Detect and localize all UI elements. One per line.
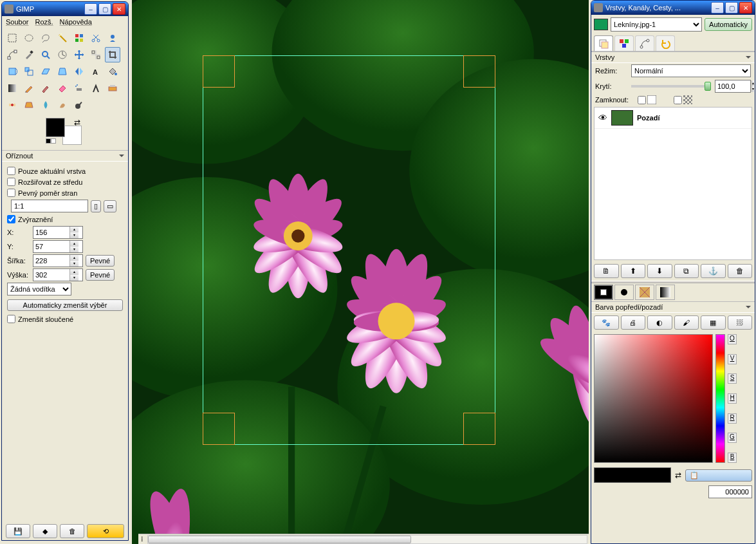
input-x[interactable] <box>33 229 69 236</box>
picker-watercolor-button[interactable]: ⛆ <box>728 315 753 330</box>
width-fixed-button[interactable]: Pevné <box>86 255 115 267</box>
menu-ext[interactable]: Rozš. <box>35 18 53 26</box>
tool-fuzzy-select[interactable] <box>55 30 70 46</box>
tool-ellipse-select[interactable] <box>21 30 37 46</box>
tab-layers[interactable] <box>594 35 613 51</box>
canvas-hscrollbar[interactable]: ⁞ <box>138 534 589 544</box>
fg-bg-color[interactable]: ⇄ <box>46 118 82 145</box>
tool-blur[interactable] <box>38 97 53 113</box>
tool-by-color-select[interactable] <box>71 30 87 46</box>
tool-foreground-select[interactable] <box>105 30 120 46</box>
input-width[interactable] <box>33 257 69 265</box>
channel-h-button[interactable]: H <box>728 393 737 404</box>
tool-color-picker[interactable] <box>21 47 37 62</box>
close-button[interactable]: ✕ <box>113 3 125 15</box>
tool-paintbrush[interactable] <box>38 80 53 96</box>
tool-free-select[interactable] <box>38 30 53 46</box>
tool-move[interactable] <box>71 47 87 62</box>
fg-color-swatch[interactable] <box>46 118 65 137</box>
aspect-portrait-button[interactable]: ▯ <box>91 200 101 212</box>
layer-duplicate-button[interactable]: ⧉ <box>674 264 699 278</box>
crop-handle-tr[interactable] <box>463 55 495 88</box>
tool-align[interactable] <box>88 47 104 62</box>
aspect-input[interactable] <box>11 200 88 212</box>
chk-expand-center[interactable] <box>7 178 15 186</box>
input-y[interactable] <box>33 243 69 250</box>
channel-v-button[interactable]: V <box>728 354 737 364</box>
tool-crop[interactable] <box>105 47 120 62</box>
tool-eraser[interactable] <box>55 80 70 96</box>
tool-blend[interactable] <box>5 80 20 96</box>
tool-heal[interactable] <box>5 97 20 113</box>
auto-button[interactable]: Automaticky <box>705 18 752 31</box>
bg-color-swatch[interactable] <box>62 126 82 145</box>
tab-channels[interactable] <box>614 35 634 51</box>
channel-s-button[interactable]: S <box>728 373 737 384</box>
hue-bar[interactable] <box>715 334 725 463</box>
toolbox-restore-button[interactable]: ◆ <box>33 524 57 538</box>
image-select[interactable]: Lekníny.jpg-1 <box>611 17 702 32</box>
tool-measure[interactable] <box>55 47 70 62</box>
layer-list[interactable]: 👁 Pozadí <box>594 107 752 260</box>
layer-anchor-button[interactable]: ⚓ <box>701 264 726 278</box>
toolbox-titlebar[interactable]: GIMP – ▢ ✕ <box>2 2 128 16</box>
tool-rect-select[interactable] <box>5 30 20 46</box>
palette-tab-fg[interactable] <box>594 285 613 300</box>
crop-handle-br[interactable] <box>463 413 495 445</box>
tool-bucket-fill[interactable] <box>105 64 120 79</box>
height-fixed-button[interactable]: Pevné <box>86 269 115 281</box>
picker-palette-button[interactable]: 🖌 <box>674 315 699 330</box>
guides-select[interactable]: Žádná vodítka <box>7 283 71 295</box>
toolbox-delete-button[interactable]: 🗑 <box>60 524 84 538</box>
visibility-icon[interactable]: 👁 <box>598 113 607 123</box>
picker-scales-button[interactable]: ▦ <box>701 315 726 330</box>
tool-perspective-clone[interactable] <box>21 97 37 113</box>
picker-cmyk-button[interactable]: 🖨 <box>621 315 646 330</box>
tab-undo[interactable] <box>656 35 675 51</box>
lock-alpha[interactable] <box>674 96 682 104</box>
tool-airbrush[interactable] <box>71 80 87 96</box>
opacity-slider[interactable] <box>631 85 711 88</box>
channel-r-button[interactable]: R <box>728 413 737 424</box>
layer-up-button[interactable]: ⬆ <box>621 264 646 278</box>
maximize-button[interactable]: ▢ <box>725 2 738 14</box>
image-canvas[interactable]: ⁞ <box>132 0 589 544</box>
palette-tab-gradients[interactable] <box>656 285 675 300</box>
maximize-button[interactable]: ▢ <box>98 3 111 15</box>
tab-paths[interactable] <box>635 35 654 51</box>
layer-down-button[interactable]: ⬇ <box>647 264 672 278</box>
tool-ink[interactable] <box>88 80 104 96</box>
tool-clone[interactable] <box>105 80 120 96</box>
chk-highlight[interactable] <box>7 215 15 223</box>
auto-shrink-button[interactable]: Automaticky zmenšit výběr <box>7 299 123 311</box>
palette-tab-patterns[interactable] <box>635 285 654 300</box>
channel-o-button[interactable]: O <box>728 334 737 344</box>
tool-paths[interactable] <box>5 47 20 62</box>
menu-file[interactable]: Soubor <box>6 18 28 26</box>
chk-shrink-merged[interactable] <box>7 315 15 323</box>
tool-flip[interactable] <box>71 64 87 79</box>
lock-pixels[interactable] <box>638 96 646 104</box>
layer-delete-button[interactable]: 🗑 <box>728 264 753 278</box>
chk-current-layer[interactable] <box>7 167 15 175</box>
picker-gimp-button[interactable]: 🐾 <box>594 315 619 330</box>
blend-mode-select[interactable]: Normální <box>631 64 751 77</box>
hex-input[interactable] <box>708 485 752 498</box>
toolbox-reset-button[interactable]: ⟲ <box>87 524 124 538</box>
palette-tab-brushes[interactable] <box>614 285 634 300</box>
minimize-button[interactable]: – <box>84 3 97 15</box>
swap-colors-icon[interactable]: ⇄ <box>74 118 80 127</box>
tool-options-header[interactable]: Oříznout <box>2 150 128 162</box>
tool-smudge[interactable] <box>55 97 70 113</box>
tool-pencil[interactable] <box>21 80 37 96</box>
tool-rotate[interactable] <box>5 64 20 79</box>
tool-scale[interactable] <box>21 64 37 79</box>
tool-zoom[interactable] <box>38 47 53 62</box>
opacity-input[interactable] <box>715 82 751 90</box>
toolbox-save-button[interactable]: 💾 <box>6 524 30 538</box>
current-color-swatch[interactable] <box>594 467 671 483</box>
chk-fixed-aspect[interactable] <box>7 189 15 197</box>
layers-titlebar[interactable]: Vrstvy, Kanály, Cesty, ... – ▢ ✕ <box>591 1 755 15</box>
input-height[interactable] <box>33 271 69 279</box>
sv-color-area[interactable] <box>594 334 713 463</box>
